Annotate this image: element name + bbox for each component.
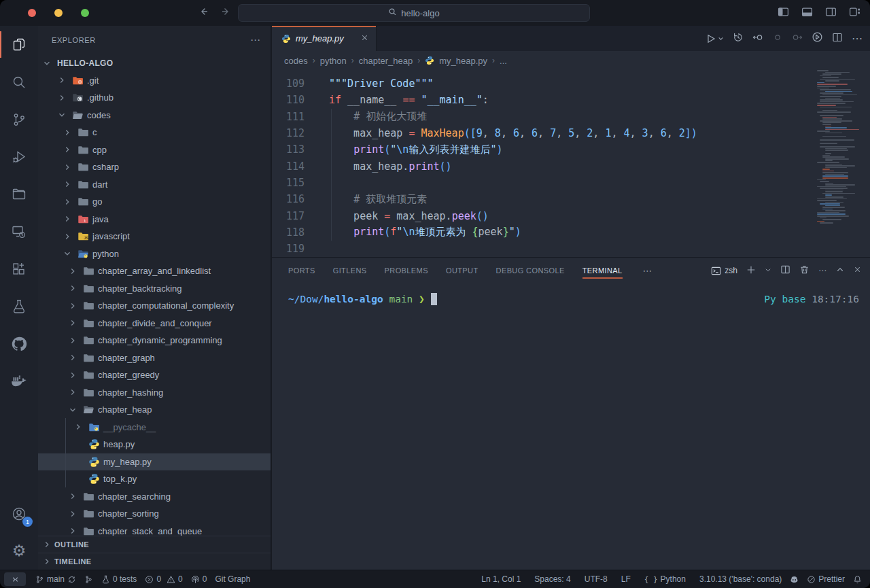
toggle-primary-sidebar-icon[interactable] xyxy=(778,6,789,20)
customize-layout-icon[interactable] xyxy=(849,6,860,20)
github-icon[interactable] xyxy=(0,325,38,362)
tree-item-chapter-graph[interactable]: chapter_graph xyxy=(38,349,271,367)
testing-icon[interactable] xyxy=(0,288,38,325)
tree-item-heap-py[interactable]: heap.py xyxy=(38,436,271,453)
extensions-icon[interactable] xyxy=(0,250,38,288)
tree-item-cpp[interactable]: cpp xyxy=(38,141,271,159)
remote-indicator[interactable] xyxy=(4,572,26,586)
breadcrumb-item[interactable]: codes xyxy=(284,56,308,66)
tree-item--pycache-[interactable]: __pycache__ xyxy=(38,419,271,436)
split-editor-icon[interactable] xyxy=(832,32,843,46)
ports-status[interactable]: 0 xyxy=(187,570,211,588)
panel-tab-output[interactable]: OUTPUT xyxy=(446,258,478,283)
tree-item-chapter-hashing[interactable]: chapter_hashing xyxy=(38,384,271,402)
tree-item-javascript[interactable]: JSjavascript xyxy=(38,228,271,245)
next-change-icon[interactable] xyxy=(792,32,803,46)
tree-item--github[interactable]: .github xyxy=(38,89,271,107)
navigate-forward-icon[interactable] xyxy=(220,6,231,20)
settings-gear-icon[interactable]: ⚙ xyxy=(0,532,38,570)
toggle-secondary-sidebar-icon[interactable] xyxy=(825,6,837,20)
breadcrumb-item[interactable]: python xyxy=(320,56,347,66)
kill-terminal-icon[interactable] xyxy=(799,264,810,277)
explorer-icon[interactable] xyxy=(0,26,38,63)
branch-status[interactable]: main xyxy=(31,570,80,588)
tree-item-c[interactable]: c xyxy=(38,124,271,141)
search-sidebar-icon[interactable] xyxy=(0,63,38,101)
tests-status[interactable]: 0 tests xyxy=(97,570,141,588)
tree-item-chapter-dynamic-programming[interactable]: chapter_dynamic_programming xyxy=(38,332,271,349)
tree-item-top-k-py[interactable]: top_k.py xyxy=(38,470,271,488)
git-graph-button[interactable]: Git Graph xyxy=(211,570,254,588)
gitlens-graph-button[interactable] xyxy=(80,570,97,588)
minimize-window-button[interactable] xyxy=(54,9,63,17)
tree-item-chapter-searching[interactable]: chapter_searching xyxy=(38,488,271,506)
tree-item-chapter-backtracking[interactable]: chapter_backtracking xyxy=(38,280,271,298)
prettier-status[interactable]: Prettier xyxy=(803,570,849,588)
zoom-window-button[interactable] xyxy=(81,9,89,17)
file-history-icon[interactable] xyxy=(733,32,744,46)
new-terminal-icon[interactable] xyxy=(746,265,756,277)
navigate-back-icon[interactable] xyxy=(198,6,209,20)
tree-root[interactable]: HELLO-ALGO xyxy=(38,54,271,72)
terminal-instance[interactable]: zsh xyxy=(711,266,737,276)
panel-tab-ports[interactable]: PORTS xyxy=(288,258,315,283)
tree-item-java[interactable]: java xyxy=(38,211,271,228)
panel-tabs-overflow-icon[interactable]: ⋯ xyxy=(643,265,653,276)
docker-icon[interactable] xyxy=(0,362,38,400)
run-interactive-icon[interactable] xyxy=(812,31,823,46)
tree-item-chapter-array-and-linkedlist[interactable]: chapter_array_and_linkedlist xyxy=(38,262,271,280)
tree-item-go[interactable]: go xyxy=(38,193,271,211)
current-change-icon[interactable] xyxy=(772,32,783,46)
accounts-icon[interactable]: 1 xyxy=(0,495,38,532)
close-window-button[interactable] xyxy=(28,9,36,17)
panel-tab-debug-console[interactable]: DEBUG CONSOLE xyxy=(496,258,565,283)
panel-tab-terminal[interactable]: TERMINAL xyxy=(582,258,623,283)
tree-item-codes[interactable]: codes xyxy=(38,107,271,124)
python-interpreter[interactable]: 3.10.13 ('base': conda) xyxy=(695,570,786,588)
eol-status[interactable]: LF xyxy=(617,570,635,588)
terminal-dropdown-icon[interactable] xyxy=(765,266,771,275)
close-panel-icon[interactable] xyxy=(853,265,862,276)
run-debug-icon[interactable] xyxy=(0,138,38,175)
code-editor[interactable]: 109"""Driver Code"""110if __name__ == "_… xyxy=(272,70,870,257)
tree-item-dart[interactable]: dart xyxy=(38,176,271,194)
copilot-status-icon[interactable] xyxy=(786,570,803,588)
panel-more-actions-icon[interactable]: ⋯ xyxy=(818,266,827,275)
breadcrumb-item[interactable]: chapter_heap xyxy=(359,56,413,66)
tab-close-icon[interactable] xyxy=(360,33,369,44)
tab-my-heap[interactable]: my_heap.py xyxy=(272,26,377,51)
tree-item-chapter-divide-and-conquer[interactable]: chapter_divide_and_conquer xyxy=(38,315,271,332)
command-center-search[interactable]: hello-algo xyxy=(238,4,590,22)
breadcrumb-item[interactable]: ... xyxy=(500,56,507,66)
tree-item-chapter-computational-complexity[interactable]: chapter_computational_complexity xyxy=(38,297,271,315)
tree-item-chapter-greedy[interactable]: chapter_greedy xyxy=(38,366,271,384)
panel-tab-gitlens[interactable]: GITLENS xyxy=(333,258,367,283)
project-manager-icon[interactable] xyxy=(0,175,38,213)
previous-change-icon[interactable] xyxy=(752,32,763,46)
language-mode[interactable]: { }Python xyxy=(640,570,690,588)
minimap[interactable] xyxy=(817,68,865,228)
breadcrumb-item[interactable]: my_heap.py xyxy=(439,56,487,66)
run-python-file-button[interactable] xyxy=(706,33,724,44)
split-terminal-icon[interactable] xyxy=(780,264,790,277)
encoding-status[interactable]: UTF-8 xyxy=(580,570,612,588)
maximize-panel-icon[interactable] xyxy=(836,266,844,276)
outline-section[interactable]: OUTLINE xyxy=(38,536,271,553)
remote-explorer-icon[interactable] xyxy=(0,213,38,250)
terminal-view[interactable]: ~/Dow/hello-algo main ❯ Py base 18:17:16 xyxy=(272,283,870,570)
tree-item-csharp[interactable]: csharp xyxy=(38,158,271,176)
notifications-bell-icon[interactable] xyxy=(849,570,866,588)
tree-item-my-heap-py[interactable]: my_heap.py xyxy=(38,453,271,471)
tree-item-chapter-sorting[interactable]: chapter_sorting xyxy=(38,505,271,523)
timeline-section[interactable]: TIMELINE xyxy=(38,553,271,570)
problems-status[interactable]: 0 0 xyxy=(141,570,186,588)
tree-item-python[interactable]: python xyxy=(38,245,271,263)
cursor-position[interactable]: Ln 1, Col 1 xyxy=(477,570,525,588)
toggle-panel-icon[interactable] xyxy=(801,6,813,20)
tree-item-chapter-heap[interactable]: chapter_heap xyxy=(38,401,271,419)
explorer-more-actions-icon[interactable]: ⋯ xyxy=(250,34,261,46)
source-control-icon[interactable] xyxy=(0,101,38,138)
more-actions-icon[interactable]: ⋯ xyxy=(852,32,863,45)
indentation-status[interactable]: Spaces: 4 xyxy=(530,570,574,588)
panel-tab-problems[interactable]: PROBLEMS xyxy=(385,258,428,283)
